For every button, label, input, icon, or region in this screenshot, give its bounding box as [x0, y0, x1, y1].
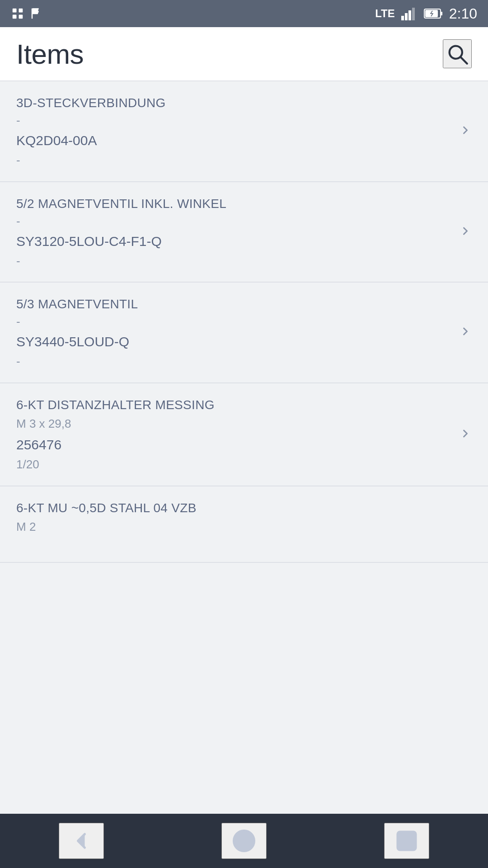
item-name: 3D-STECKVERBINDUNG — [16, 94, 441, 112]
list-item[interactable]: 6-kt Mu ~0,5d Stahl 04 vzb M 2 — [0, 486, 488, 563]
svg-rect-10 — [441, 12, 442, 15]
item-name: 6-kt Distanzhalter Messing — [16, 396, 441, 414]
item-detail: 1/20 — [16, 456, 441, 472]
svg-line-13 — [461, 57, 467, 64]
app-header: Items — [0, 27, 488, 81]
list-item[interactable]: 5/2 MAGNETVENTIL INKL. WINKEL - SY3120-5… — [0, 182, 488, 283]
status-bar-right: LTE 2:10 — [375, 5, 477, 22]
home-button[interactable] — [221, 823, 267, 859]
items-list: 3D-STECKVERBINDUNG - KQ2D04-00A - 5/2 MA… — [0, 81, 488, 563]
notification-icon — [11, 7, 24, 20]
svg-rect-1 — [19, 9, 23, 13]
svg-rect-2 — [13, 15, 17, 19]
page-title: Items — [16, 38, 84, 70]
back-icon — [68, 827, 95, 854]
item-content: 6-kt Distanzhalter Messing M 3 x 29,8 25… — [16, 396, 459, 473]
lte-label: LTE — [375, 7, 395, 20]
item-content: 3D-STECKVERBINDUNG - KQ2D04-00A - — [16, 94, 459, 169]
item-content: 5/2 MAGNETVENTIL INKL. WINKEL - SY3120-5… — [16, 195, 459, 269]
svg-point-14 — [234, 831, 254, 851]
item-code: SY3440-5LOUD-Q — [16, 332, 441, 351]
chevron-right-icon — [459, 124, 472, 138]
svg-rect-0 — [13, 9, 17, 13]
svg-rect-6 — [405, 13, 408, 20]
item-code: SY3120-5LOU-C4-F1-Q — [16, 232, 441, 251]
item-subtitle: - — [16, 113, 441, 127]
svg-rect-7 — [408, 10, 411, 20]
item-name: 5/2 MAGNETVENTIL INKL. WINKEL — [16, 195, 441, 212]
search-icon — [446, 42, 469, 66]
battery-icon — [424, 8, 443, 19]
item-detail: - — [16, 152, 441, 168]
item-name: 6-kt Mu ~0,5d Stahl 04 vzb — [16, 499, 454, 517]
time-display: 2:10 — [449, 5, 477, 22]
list-item[interactable]: 6-kt Distanzhalter Messing M 3 x 29,8 25… — [0, 383, 488, 486]
svg-rect-5 — [401, 16, 404, 20]
list-item[interactable]: 3D-STECKVERBINDUNG - KQ2D04-00A - — [0, 81, 488, 182]
chevron-right-icon — [459, 427, 472, 442]
back-button[interactable] — [59, 823, 104, 859]
svg-rect-15 — [398, 832, 416, 850]
item-code: KQ2D04-00A — [16, 131, 441, 150]
svg-rect-8 — [412, 8, 415, 20]
recent-apps-button[interactable] — [384, 823, 429, 859]
flag-icon — [30, 7, 43, 20]
item-subtitle: M 3 x 29,8 — [16, 415, 441, 432]
status-bar-left — [11, 7, 43, 20]
search-button[interactable] — [443, 39, 472, 68]
item-content: 6-kt Mu ~0,5d Stahl 04 vzb M 2 — [16, 499, 472, 535]
item-name: 5/3 MAGNETVENTIL — [16, 295, 441, 313]
signal-icon — [401, 7, 418, 20]
item-subtitle: - — [16, 315, 441, 329]
svg-rect-3 — [19, 15, 23, 19]
svg-rect-4 — [32, 9, 33, 19]
item-subtitle: - — [16, 214, 441, 228]
item-detail: - — [16, 353, 441, 369]
status-bar: LTE 2:10 — [0, 0, 488, 27]
bottom-navigation — [0, 814, 488, 868]
recent-icon — [393, 827, 420, 854]
item-code: 256476 — [16, 435, 441, 454]
item-subtitle: M 2 — [16, 519, 454, 535]
item-content: 5/3 MAGNETVENTIL - SY3440-5LOUD-Q - — [16, 295, 459, 370]
chevron-right-icon — [459, 225, 472, 239]
list-item[interactable]: 5/3 MAGNETVENTIL - SY3440-5LOUD-Q - — [0, 283, 488, 383]
home-icon — [230, 827, 258, 854]
item-detail: - — [16, 253, 441, 269]
chevron-right-icon — [459, 325, 472, 340]
